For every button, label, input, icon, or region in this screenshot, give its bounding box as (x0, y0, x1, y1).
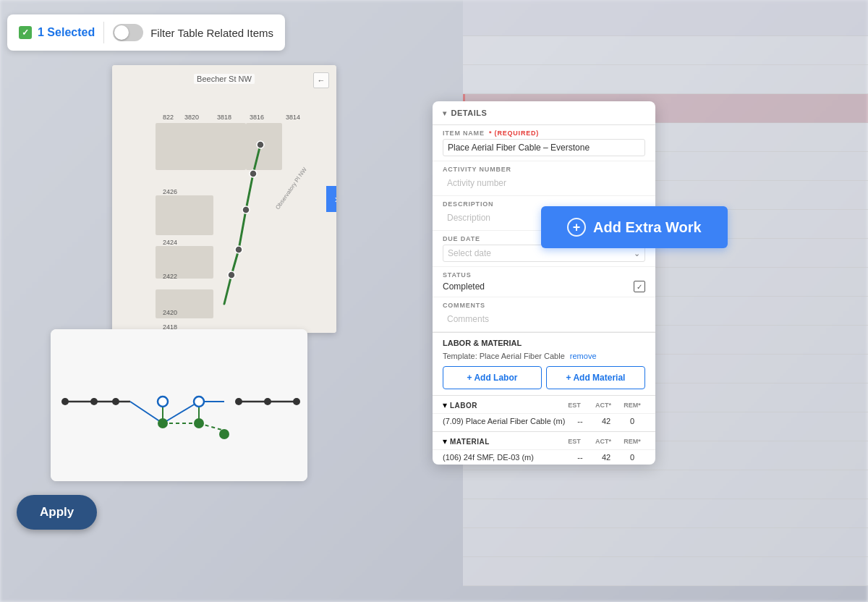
template-value: Place Aerial Fiber Cable (480, 352, 565, 360)
comments-label: COMMENTS (443, 302, 645, 309)
svg-rect-2 (206, 123, 246, 170)
svg-point-40 (112, 398, 119, 405)
chevron-down-icon: ⌄ (634, 249, 640, 258)
status-field: STATUS Completed ✓ (433, 267, 655, 297)
apply-button[interactable]: Apply (17, 495, 97, 530)
activity-number-label: ACTIVITY NUMBER (443, 166, 645, 173)
labor-row: (7.09) Place Aerial Fiber Cable (m) -- 4… (433, 413, 655, 428)
svg-text:822: 822 (163, 114, 174, 121)
comments-input[interactable]: Comments (443, 311, 645, 327)
labor-row-est: -- (567, 417, 593, 425)
map-arrow-btn[interactable]: ← (313, 72, 329, 88)
material-row-rem: 0 (619, 453, 645, 462)
status-row: Completed ✓ (443, 281, 645, 292)
details-panel: ▾ DETAILS ITEM NAME * (required) Place A… (433, 101, 655, 465)
status-label: STATUS (443, 271, 645, 279)
material-row: (106) 24f SMF, DE-03 (m) -- 42 0 (433, 449, 655, 465)
toolbar: ✓ 1 Selected Filter Table Related Items (7, 14, 285, 51)
svg-point-27 (228, 271, 235, 279)
svg-point-38 (61, 398, 69, 405)
labor-table-header: ▾ LABOR EST ACT* REM* (433, 395, 655, 413)
selected-indicator: ✓ 1 Selected (19, 26, 95, 39)
svg-text:3818: 3818 (217, 114, 231, 121)
labor-row-act: 42 (593, 417, 619, 425)
status-checkbox[interactable]: ✓ (634, 281, 645, 292)
svg-rect-28 (51, 329, 307, 481)
svg-point-47 (194, 397, 204, 407)
svg-point-23 (257, 141, 264, 148)
details-header: ▾ DETAILS (433, 101, 655, 125)
labor-rem-col: REM* (619, 402, 645, 409)
material-chevron-icon: ▾ (443, 436, 447, 446)
selected-count: 1 (38, 26, 44, 38)
svg-point-24 (250, 170, 257, 177)
svg-point-25 (242, 206, 250, 213)
required-indicator: * (required) (489, 130, 539, 137)
selected-checkbox: ✓ (19, 26, 32, 39)
template-label: Template: (443, 352, 477, 360)
svg-point-46 (219, 429, 229, 439)
svg-point-26 (235, 246, 242, 253)
labor-material-header: LABOR & MATERIAL (433, 332, 655, 350)
details-title: DETAILS (451, 109, 488, 117)
material-rem-col: REM* (619, 438, 645, 445)
svg-point-44 (158, 418, 168, 428)
svg-text:3816: 3816 (250, 114, 264, 121)
activity-number-input[interactable]: Activity number (443, 175, 645, 191)
add-buttons-row: + Add Labor + Add Material (433, 366, 655, 395)
labor-material-label: LABOR & MATERIAL (443, 339, 522, 347)
material-section-title: MATERIAL (450, 438, 490, 446)
svg-point-43 (293, 398, 300, 405)
plus-circle-icon: + (567, 218, 586, 237)
add-material-button[interactable]: + Add Material (546, 366, 645, 389)
item-name-field: ITEM NAME * (required) Place Aerial Fibe… (433, 125, 655, 161)
svg-text:3814: 3814 (286, 114, 300, 121)
item-name-value[interactable]: Place Aerial Fiber Cable – Everstone (443, 139, 645, 156)
diagram-svg (51, 329, 307, 481)
map-panel: Beecher St NW ← 822 3820 3818 3816 3814 … (112, 65, 336, 333)
labor-est-col: EST (561, 402, 587, 409)
filter-label: Filter Table Related Items (150, 27, 273, 39)
svg-text:3820: 3820 (184, 114, 199, 121)
material-row-act: 42 (593, 453, 619, 462)
add-extra-work-button[interactable]: + Add Extra Work (541, 206, 728, 248)
svg-point-42 (264, 398, 271, 405)
add-labor-button[interactable]: + Add Labor (443, 366, 542, 389)
toolbar-divider (103, 22, 104, 43)
svg-point-41 (235, 398, 242, 405)
remove-template-link[interactable]: remove (570, 352, 597, 360)
labor-chevron-icon: ▾ (443, 400, 447, 410)
comments-field: COMMENTS Comments (433, 297, 655, 332)
filter-toggle-area: Filter Table Related Items (113, 24, 273, 41)
map-street-label: Beecher St NW (194, 74, 255, 84)
svg-rect-0 (112, 65, 336, 333)
filter-toggle[interactable] (113, 24, 143, 41)
add-extra-work-label: Add Extra Work (593, 219, 702, 236)
material-row-name: (106) 24f SMF, DE-03 (m) (443, 453, 567, 462)
material-row-est: -- (567, 453, 593, 462)
diagram-panel (51, 329, 307, 481)
activity-number-field: ACTIVITY NUMBER Activity number (433, 161, 655, 196)
material-est-col: EST (561, 438, 587, 445)
status-value: Completed (443, 281, 485, 292)
labor-act-col: ACT* (590, 402, 616, 409)
svg-point-48 (158, 397, 168, 407)
map-expand-button[interactable]: › (326, 186, 336, 212)
svg-text:2424: 2424 (163, 239, 177, 246)
svg-rect-4 (156, 195, 213, 235)
chevron-down-icon: ▾ (443, 109, 447, 117)
svg-point-45 (194, 418, 204, 428)
labor-section-title: LABOR (450, 402, 477, 410)
labor-row-rem: 0 (619, 417, 645, 425)
svg-text:2420: 2420 (163, 309, 177, 316)
material-act-col: ACT* (590, 438, 616, 445)
template-line: Template: Place Aerial Fiber Cable remov… (433, 350, 655, 366)
labor-row-name: (7.09) Place Aerial Fiber Cable (m) (443, 417, 567, 425)
svg-text:2422: 2422 (163, 273, 177, 280)
selected-label: Selected (47, 26, 95, 38)
due-date-placeholder: Select date (448, 248, 491, 258)
svg-point-39 (90, 398, 98, 405)
item-name-label: ITEM NAME * (required) (443, 130, 645, 137)
material-table-header: ▾ MATERIAL EST ACT* REM* (433, 431, 655, 449)
svg-text:2426: 2426 (163, 188, 177, 195)
